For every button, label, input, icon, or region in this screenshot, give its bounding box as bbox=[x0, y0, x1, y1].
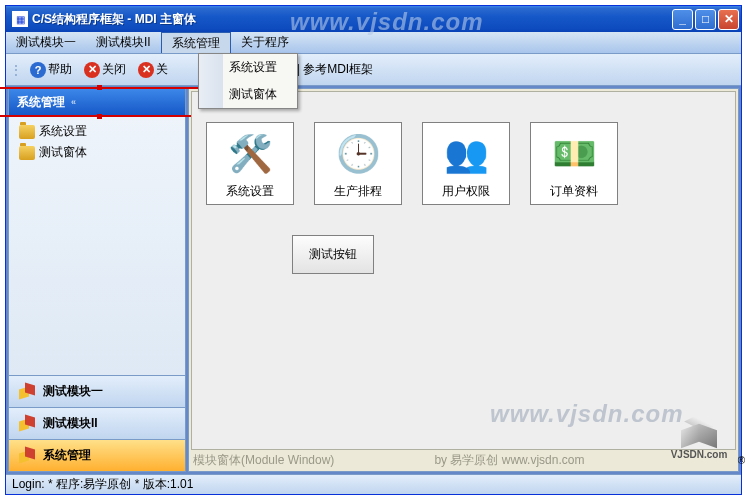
footer-left: 模块窗体(Module Window) bbox=[193, 452, 334, 469]
close2-label: 关 bbox=[156, 61, 168, 78]
card-label: 系统设置 bbox=[226, 183, 274, 200]
menubar: 测试模块一 测试模块II 系统管理 关于程序 bbox=[6, 32, 741, 54]
sidebar-header-label: 系统管理 bbox=[17, 94, 65, 111]
close2-tool-button[interactable]: ✕ 关 bbox=[134, 59, 172, 80]
system-dropdown: 系统设置 测试窗体 bbox=[198, 53, 298, 109]
help-label: 帮助 bbox=[48, 61, 72, 78]
nav-system[interactable]: 系统管理 bbox=[9, 439, 185, 471]
status-text: Login: * 程序:易学原创 * 版本:1.01 bbox=[12, 476, 193, 493]
collapse-icon[interactable]: « bbox=[71, 97, 76, 107]
sidebar-header[interactable]: 系统管理 « bbox=[9, 89, 185, 115]
card-settings[interactable]: 🛠️ 系统设置 bbox=[206, 122, 294, 205]
nav-test2[interactable]: 测试模块II bbox=[9, 407, 185, 439]
tree-label: 系统设置 bbox=[39, 123, 87, 140]
test-button[interactable]: 测试按钮 bbox=[292, 235, 374, 274]
card-orders[interactable]: 💵 订单资料 bbox=[530, 122, 618, 205]
sidebar-tree: 系统设置 测试窗体 bbox=[9, 115, 185, 375]
nav-label: 系统管理 bbox=[43, 447, 91, 464]
tree-item-testwin[interactable]: 测试窗体 bbox=[13, 142, 181, 163]
card-label: 生产排程 bbox=[334, 183, 382, 200]
close-icon: ✕ bbox=[84, 62, 100, 78]
tree-item-settings[interactable]: 系统设置 bbox=[13, 121, 181, 142]
close-tool-button[interactable]: ✕ 关闭 bbox=[80, 59, 130, 80]
maximize-button[interactable]: □ bbox=[695, 9, 716, 30]
card-label: 用户权限 bbox=[442, 183, 490, 200]
menu-test1[interactable]: 测试模块一 bbox=[6, 32, 86, 53]
settings-icon: 🛠️ bbox=[225, 129, 275, 179]
logo-text: VJSDN.com bbox=[671, 449, 728, 460]
menu-test2[interactable]: 测试模块II bbox=[86, 32, 161, 53]
close-button[interactable]: ✕ bbox=[718, 9, 739, 30]
titlebar[interactable]: ▦ C/S结构程序框架 - MDI 主窗体 _ □ ✕ bbox=[6, 6, 741, 32]
orders-icon: 💵 bbox=[549, 129, 599, 179]
cube-icon bbox=[17, 446, 37, 466]
dropdown-item-testwin[interactable]: 测试窗体 bbox=[199, 81, 297, 108]
close-label: 关闭 bbox=[102, 61, 126, 78]
cube-icon bbox=[17, 414, 37, 434]
folder-icon bbox=[19, 125, 35, 139]
sidebar: 系统管理 « 系统设置 测试窗体 bbox=[8, 88, 186, 472]
sidebar-nav: 测试模块一 测试模块II 系统管理 bbox=[9, 375, 185, 471]
card-schedule[interactable]: 🕒 生产排程 bbox=[314, 122, 402, 205]
close-icon: ✕ bbox=[138, 62, 154, 78]
toolbar: ⋮ ? 帮助 ✕ 关闭 ✕ 关 oolbar | 参考MDI框架 bbox=[6, 54, 741, 86]
cube-icon bbox=[17, 382, 37, 402]
app-icon: ▦ bbox=[12, 11, 28, 27]
card-label: 订单资料 bbox=[550, 183, 598, 200]
folder-icon bbox=[19, 146, 35, 160]
dropdown-item-settings[interactable]: 系统设置 bbox=[199, 54, 297, 81]
card-permissions[interactable]: 👥 用户权限 bbox=[422, 122, 510, 205]
menu-system[interactable]: 系统管理 bbox=[161, 32, 231, 53]
nav-label: 测试模块II bbox=[43, 415, 98, 432]
help-button[interactable]: ? 帮助 bbox=[26, 59, 76, 80]
statusbar: Login: * 程序:易学原创 * 版本:1.01 bbox=[6, 474, 741, 494]
help-icon: ? bbox=[30, 62, 46, 78]
tree-label: 测试窗体 bbox=[39, 144, 87, 161]
permissions-icon: 👥 bbox=[441, 129, 491, 179]
menu-about[interactable]: 关于程序 bbox=[231, 32, 299, 53]
main-window: ▦ C/S结构程序框架 - MDI 主窗体 _ □ ✕ 测试模块一 测试模块II… bbox=[5, 5, 742, 495]
logo: VJSDN.com ® bbox=[659, 417, 739, 472]
nav-label: 测试模块一 bbox=[43, 383, 103, 400]
window-title: C/S结构程序框架 - MDI 主窗体 bbox=[32, 11, 672, 28]
footer-right: by 易学原创 www.vjsdn.com bbox=[434, 452, 584, 469]
schedule-icon: 🕒 bbox=[333, 129, 383, 179]
minimize-button[interactable]: _ bbox=[672, 9, 693, 30]
nav-test1[interactable]: 测试模块一 bbox=[9, 375, 185, 407]
content-area: 🛠️ 系统设置 🕒 生产排程 👥 用户权限 💵 订单资料 bbox=[188, 88, 739, 472]
